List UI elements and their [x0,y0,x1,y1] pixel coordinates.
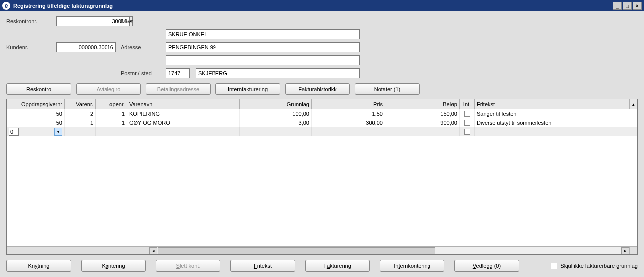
notater-button[interactable]: Notater (1) [355,83,420,95]
avtalegiro-button[interactable]: Avtalegiro [76,83,141,95]
cell-fritekst: Diverse utstyt til sommerfesten [475,118,637,127]
cell-oppdrag: 50 [7,109,65,118]
cell-pris: 1,50 [312,109,385,118]
new-cell[interactable] [127,127,240,136]
kundenr-input[interactable] [56,42,116,52]
table-row[interactable]: 5021KOPIERING100,001,50150,00Sanger til … [7,109,637,118]
new-cell[interactable] [65,127,96,136]
cell-grunnlag: 100,00 [240,109,312,118]
cell-pris: 300,00 [312,118,385,127]
minimize-button[interactable]: _ [613,2,622,10]
new-cell[interactable] [240,127,312,136]
table-row[interactable]: 5011GØY OG MORO3,00300,00900,00Diverse u… [7,118,637,127]
col-belop[interactable]: Beløp [385,99,460,109]
new-row-input[interactable] [9,128,19,136]
app-icon: e [2,2,10,10]
cell-fritekst: Sanger til festen [475,109,637,118]
skjul-checkbox-wrap[interactable]: Skjul ikke fakturerbare grunnlag [551,263,638,269]
scroll-track[interactable] [158,247,621,254]
adresse-label: Adresse [121,44,161,50]
cell-lopenr: 1 [96,109,127,118]
scroll-thumb[interactable] [158,247,435,254]
col-varenr[interactable]: Varenr. [65,99,96,109]
cell-int[interactable] [460,109,475,118]
fakturering-button[interactable]: Fakturering [305,260,370,272]
form-area: Reskontronr. ▾ Navn Kundenr. Adresse Pos… [6,16,638,78]
window-title: Registrering tilfeldige fakturagrunnlag [13,3,613,9]
titlebar: e Registrering tilfeldige fakturagrunnla… [0,0,644,11]
adresse-input[interactable] [166,42,360,52]
adresse2-input[interactable] [166,55,360,65]
fritekst-button[interactable]: Fritekst [230,260,295,272]
top-button-row: Reskontro Avtalegiro Betalingsadresse In… [6,83,638,95]
app-window: e Registrering tilfeldige fakturagrunnla… [0,0,644,277]
reskontro-button[interactable]: Reskontro [6,83,71,95]
cell-varenr: 1 [65,118,96,127]
cell-oppdrag: 50 [7,118,65,127]
cell-varenavn: KOPIERING [127,109,240,118]
scroll-left-icon[interactable]: ◂ [149,247,157,254]
scroll-up-icon[interactable]: ▴ [629,99,637,109]
reskontronr-input[interactable] [56,16,129,26]
new-cell[interactable] [96,127,127,136]
col-int[interactable]: Int. [460,99,475,109]
reskontronr-label: Reskontronr. [6,18,51,24]
maximize-button[interactable]: □ [623,2,632,10]
new-cell[interactable] [312,127,385,136]
navn-label: Navn [121,18,161,24]
col-fritekst[interactable]: Fritekst [475,99,637,109]
col-varenavn[interactable]: Varenavn [127,99,240,109]
slett-kont-button[interactable]: Slett kont. [156,260,220,272]
cell-varenavn: GØY OG MORO [127,118,240,127]
close-button[interactable]: × [633,2,642,10]
cell-grunnlag: 3,00 [240,118,312,127]
grid-header: Oppdragsgivernr Varenr. Løpenr. Varenavn… [7,99,637,109]
window-controls: _ □ × [613,2,642,10]
cell-belop: 900,00 [385,118,460,127]
postnr-input[interactable] [166,68,190,78]
internfakturering-button[interactable]: Internfakturering [215,83,280,95]
col-pris[interactable]: Pris [312,99,385,109]
content-area: Reskontronr. ▾ Navn Kundenr. Adresse Pos… [0,11,644,277]
col-grunnlag[interactable]: Grunnlag [240,99,312,109]
postnr-label: Postnr./-sted [121,70,161,76]
new-cell-int[interactable] [460,127,475,136]
new-row-oppdrag[interactable]: ▾ [7,127,65,136]
navn-input[interactable] [166,29,360,39]
scroll-corner [629,247,637,255]
skjul-checkbox[interactable] [551,263,557,269]
skjul-checkbox-label: Skjul ikke fakturerbare grunnlag [560,263,638,269]
cell-lopenr: 1 [96,118,127,127]
new-cell[interactable] [475,127,637,136]
cell-varenr: 2 [65,109,96,118]
betalingsadresse-button[interactable]: Betalingsadresse [146,83,211,95]
col-oppdragsgivernr[interactable]: Oppdragsgivernr [7,99,65,109]
internkontering-button[interactable]: Internkontering [380,260,444,272]
knytning-button[interactable]: Knytning [6,260,71,272]
reskontronr-combo[interactable]: ▾ [56,16,116,26]
grid-body: 5021KOPIERING100,001,50150,00Sanger til … [7,109,637,246]
col-lopenr[interactable]: Løpenr. [96,99,127,109]
cell-belop: 150,00 [385,109,460,118]
kundenr-label: Kundenr. [6,44,51,50]
vedlegg-button[interactable]: Vedlegg (0) [454,260,519,272]
new-cell[interactable] [385,127,460,136]
scroll-left-pad [7,247,149,254]
horizontal-scrollbar[interactable]: ◂ ▸ [7,246,637,254]
kontering-button[interactable]: Kontering [81,260,146,272]
poststed-input[interactable] [196,68,360,78]
grid: Oppdragsgivernr Varenr. Løpenr. Varenavn… [6,99,638,255]
fakturahistorikk-button[interactable]: Fakturahistorikk [285,83,350,95]
cell-int[interactable] [460,118,475,127]
new-row[interactable]: ▾ [7,127,637,136]
chevron-down-icon[interactable]: ▾ [54,128,62,136]
bottom-button-row: Knytning Kontering Slett kont. Fritekst … [6,260,638,272]
scroll-right-icon[interactable]: ▸ [621,247,629,254]
